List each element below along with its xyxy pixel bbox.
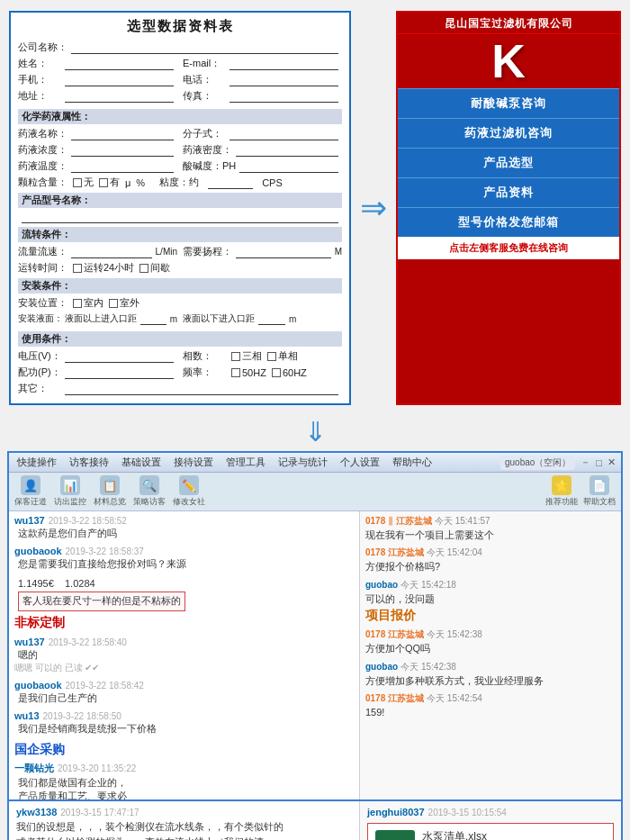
icon-btn-5[interactable]: ✏️ 修改女社	[173, 475, 205, 508]
icon-label-1: 保客迁道	[14, 496, 47, 508]
rmsg-2: 0178 江苏盐城 今天 15:42:04 方便报个价格吗?	[365, 546, 616, 574]
chem-name-formula-row: 药液名称： 分子式：	[18, 127, 342, 143]
chat-icons-row: 👤 保客迁道 📊 访出监控 📋 材料总览 🔍 策略访客 ✏️ 修改女社 ⭐ 推荐…	[9, 473, 621, 511]
icon-btn-3[interactable]: 📋 材料总览	[94, 475, 126, 508]
chem-name-row: 药液名称：	[18, 127, 177, 140]
conc-row: 药液浓度：	[18, 143, 177, 157]
cb-24h	[73, 264, 82, 273]
rmsg-time-5: 今天 15:42:38	[400, 662, 456, 672]
use-section: 使用条件：	[18, 331, 342, 347]
toolbar-minus-icon[interactable]: －	[580, 456, 590, 469]
rmsg-time-3: 今天 15:42:18	[400, 580, 456, 590]
level-row: 安装液面： 液面以上进入口距 m 液面以下进入口距 m	[18, 312, 342, 328]
checkbox-outdoor: 室外	[109, 296, 140, 310]
icon-shape-star: ⭐	[552, 475, 572, 495]
toolbar-restore-icon[interactable]: □	[596, 457, 602, 468]
toolbar-right: guobao（空闲） － □ ✕	[500, 456, 616, 470]
name-row: 姓名：	[18, 57, 177, 70]
msg-wu137-1: wu137 2019-3-22 18:58:52 这款药是您们自产的吗	[14, 515, 354, 540]
icon-shape-3: 📋	[100, 475, 120, 495]
sender-zuanshi: 一颗钻光	[14, 762, 54, 775]
formula-label: 分子式：	[183, 127, 226, 140]
icon-shape-2: 📊	[60, 475, 80, 495]
btn-liquid-filter[interactable]: 药液过滤机咨询	[398, 118, 619, 148]
flow-rows: 流量流速： L/Min 需要扬程： M	[18, 245, 342, 261]
cb-1phase	[267, 352, 276, 361]
bottom-header-ykw: ykw3138 2019-3-15 17:47:17	[16, 807, 352, 817]
rmsg-time-6: 今天 15:42:54	[427, 693, 482, 703]
excel-icon: EXC	[375, 830, 415, 841]
icon-shape-doc: 📄	[590, 475, 609, 495]
arrow-right-icon: ⇒	[360, 11, 387, 405]
checkbox-indoor: 室内	[73, 296, 104, 310]
msg-guobaook-1: guobaook 2019-3-22 18:58:37 您是需要我们直接给您报价…	[14, 546, 354, 571]
voltage-label: 电压(V)：	[18, 349, 61, 363]
rmsg-header-3: guobao 今天 15:42:18	[365, 579, 616, 592]
name-label: 姓名：	[18, 57, 61, 70]
checkbox-no: 无	[73, 176, 94, 189]
btn-product-select[interactable]: 产品选型	[398, 148, 619, 177]
hz-row: 频率： 50HZ 60HZ	[183, 366, 342, 379]
rmsg-6: 0178 江苏盐城 今天 15:42:54 159!	[365, 692, 616, 719]
menu-visit[interactable]: 访客接待	[67, 455, 112, 470]
menu-manage[interactable]: 管理工具	[223, 455, 268, 470]
chemical-section: 化学药液属性：	[18, 109, 342, 124]
msg-wu13-1: wu13 2019-3-22 18:58:50 我们是经销商我是统报一下价格	[14, 710, 354, 736]
icon-btn-doc[interactable]: 📄 帮助文档	[583, 475, 616, 508]
icon-label-5: 修改女社	[173, 496, 205, 508]
install-section: 安装条件：	[18, 278, 342, 294]
particle-row: 颗粒含量： 无 有 μ % 粘度：约 CPS	[18, 176, 342, 189]
annotation-noncustom-container: 非标定制	[14, 615, 354, 631]
icon-btn-1[interactable]: 👤 保客迁道	[14, 475, 47, 508]
rmsg-3: guobao 今天 15:42:18 可以的，没问题 项目报价	[365, 579, 616, 624]
rmsg-sender-5: guobao	[365, 662, 398, 672]
rmsg-header-5: guobao 今天 15:42:38	[365, 661, 616, 673]
range-row: 需要扬程： M	[183, 245, 342, 258]
address-row: 地址：	[18, 89, 177, 103]
rmsg-1: 0178 ‖ 江苏盐城 今天 15:41:57 现在我有一个项目上需要这个	[365, 515, 616, 542]
rmsg-sender-2: 0178 江苏盐城	[365, 547, 424, 557]
form-card: 选型数据资料表 公司名称： 姓名： E-mail： 手机： 电话：	[9, 11, 351, 405]
icon-label-doc: 帮助文档	[583, 496, 616, 508]
icon-label-star: 推荐功能	[545, 496, 578, 508]
addr-fax-row: 地址： 传真：	[18, 89, 342, 105]
table-val-2: 1.0284	[65, 578, 95, 589]
phone-tel-row: 手机： 电话：	[18, 73, 342, 89]
checkbox-60hz: 60HZ	[272, 367, 307, 378]
rmsg-time-1: 今天 15:41:57	[435, 516, 490, 526]
icon-btn-4[interactable]: 🔍 策略访客	[133, 475, 166, 508]
viscosity-line	[208, 176, 253, 189]
annotation-state-label: 国企采购	[14, 742, 65, 756]
rmsg-header-2: 0178 江苏盐城 今天 15:42:04	[365, 546, 616, 559]
btn-send-email[interactable]: 型号价格发您邮箱	[398, 207, 619, 237]
icon-btn-star[interactable]: ⭐ 推荐功能	[545, 475, 578, 508]
above-row: 安装液面： 液面以上进入口距 m	[18, 312, 177, 325]
company-row: 公司名称：	[18, 41, 342, 54]
k-logo-area: K	[398, 34, 619, 88]
menu-stats[interactable]: 记录与统计	[275, 455, 330, 470]
icon-btn-2[interactable]: 📊 访出监控	[54, 475, 86, 508]
menu-personal[interactable]: 个人设置	[338, 455, 382, 470]
tel-row: 电话：	[183, 73, 342, 86]
rmsg-header-4: 0178 江苏盐城 今天 15:42:38	[365, 628, 616, 641]
conc-line	[71, 144, 174, 157]
rmsg-time-2: 今天 15:42:04	[427, 547, 482, 557]
btn-product-info[interactable]: 产品资料	[398, 177, 619, 207]
menu-quick[interactable]: 快捷操作	[14, 455, 59, 470]
rmsg-content-3: 可以的，没问题	[365, 592, 616, 606]
menu-reception[interactable]: 接待设置	[171, 455, 216, 470]
menu-help[interactable]: 帮助中心	[390, 455, 435, 470]
name-email-row: 姓名： E-mail：	[18, 57, 342, 73]
menu-basic[interactable]: 基础设置	[119, 455, 164, 470]
product-line	[22, 211, 338, 223]
ph-row: 酸碱度：PH	[183, 159, 342, 173]
toolbar-close-icon[interactable]: ✕	[608, 456, 616, 468]
level-label: 安装液面：	[18, 312, 63, 325]
highlight-text: 客人现在要尺寸一样的但是不粘标的	[18, 592, 185, 610]
icon-shape-4: 🔍	[140, 475, 159, 495]
btn-acid-pump[interactable]: 耐酸碱泵咨询	[398, 88, 619, 118]
bottom-time-ykw: 2019-3-15 17:47:17	[60, 808, 139, 817]
cb-3phase	[231, 352, 240, 361]
name-line	[65, 58, 174, 70]
bottom-sender-ykw: ykw3138	[16, 807, 57, 817]
